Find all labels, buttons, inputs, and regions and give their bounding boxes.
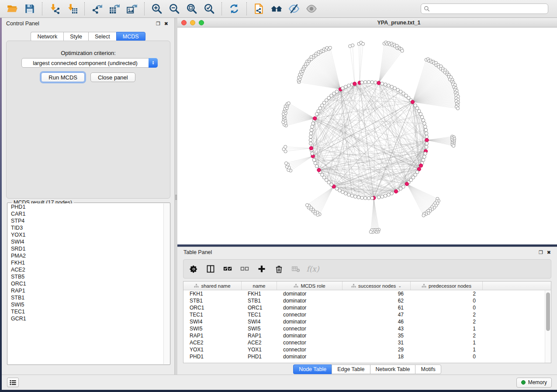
mcds-result-item[interactable]: CAR1	[8, 210, 163, 217]
ring-node[interactable]	[312, 158, 316, 162]
ring-node[interactable]	[341, 86, 345, 90]
mcds-result-item[interactable]: STB1	[8, 294, 163, 301]
leaf-node[interactable]	[284, 145, 287, 148]
ring-node[interactable]	[424, 128, 428, 132]
maximize-window-icon[interactable]	[199, 20, 204, 25]
table-row[interactable]: SWI5SWI5connector431	[183, 325, 545, 332]
add-column-icon[interactable]	[257, 264, 266, 274]
leaf-node[interactable]	[369, 230, 372, 234]
table-row[interactable]: YOX1YOX1connector291	[183, 346, 545, 353]
mcds-result-item[interactable]: TEC1	[8, 308, 163, 315]
tab-edge-table[interactable]: Edge Table	[332, 364, 370, 374]
ring-node[interactable]	[344, 192, 348, 195]
ring-node[interactable]	[377, 196, 381, 199]
tab-motifs[interactable]: Motifs	[415, 364, 441, 374]
deselect-all-rows-icon[interactable]	[240, 264, 249, 274]
ring-node[interactable]	[360, 196, 364, 199]
ring-node[interactable]	[309, 138, 312, 142]
ring-node[interactable]	[310, 128, 313, 132]
zoom-out-icon[interactable]	[168, 2, 181, 15]
tab-network[interactable]: Network	[31, 32, 63, 41]
ring-node[interactable]	[347, 84, 351, 87]
ring-node[interactable]	[363, 80, 367, 84]
ring-node[interactable]	[390, 85, 394, 89]
ring-node[interactable]	[311, 152, 314, 155]
ring-node[interactable]	[311, 122, 315, 125]
tab-mcds[interactable]: MCDS	[116, 32, 145, 41]
import-network-icon[interactable]	[48, 2, 61, 15]
close-window-icon[interactable]	[181, 20, 187, 25]
dominator-node[interactable]	[317, 168, 321, 172]
mcds-result-item[interactable]: RAP1	[8, 287, 163, 294]
ring-node[interactable]	[335, 90, 339, 93]
leaf-node[interactable]	[456, 107, 459, 110]
ring-node[interactable]	[422, 119, 425, 122]
open-file-icon[interactable]	[6, 2, 19, 15]
ring-node[interactable]	[419, 113, 422, 116]
mcds-result-item[interactable]: STP4	[8, 217, 163, 224]
table-settings-icon[interactable]	[189, 264, 198, 274]
ring-node[interactable]	[350, 194, 354, 198]
ring-node[interactable]	[357, 196, 360, 199]
table-scrollbar[interactable]	[545, 290, 551, 363]
ring-node[interactable]	[384, 194, 387, 198]
column-header-MCDS-role[interactable]: MCDS role	[277, 282, 343, 290]
close-table-panel-icon[interactable]: ✖	[547, 250, 551, 255]
tab-select[interactable]: Select	[88, 32, 116, 41]
table-row[interactable]: FKH1FKH1dominator962	[183, 290, 545, 297]
memory-button[interactable]: Memory	[516, 378, 552, 388]
tab-node-table[interactable]: Node Table	[293, 364, 332, 374]
dominator-node[interactable]	[394, 189, 398, 193]
dominator-node[interactable]	[419, 164, 422, 167]
table-row[interactable]: ORC1ORC1dominator610	[183, 304, 545, 311]
float-table-panel-icon[interactable]: ❐	[539, 250, 543, 255]
save-session-icon[interactable]	[23, 2, 36, 15]
dominator-node[interactable]	[411, 100, 414, 104]
ring-node[interactable]	[309, 135, 312, 138]
select-all-rows-icon[interactable]	[223, 264, 232, 274]
mcds-result-item[interactable]: GCR1	[8, 315, 163, 322]
export-table-icon[interactable]	[108, 2, 121, 15]
mcds-result-item[interactable]: FKH1	[8, 259, 163, 266]
ring-node[interactable]	[425, 135, 429, 138]
task-history-button[interactable]	[7, 378, 19, 387]
export-network-icon[interactable]	[90, 2, 104, 15]
refresh-view-icon[interactable]	[228, 2, 241, 15]
ring-node[interactable]	[314, 162, 317, 165]
ring-node[interactable]	[315, 165, 318, 168]
zoom-in-icon[interactable]	[150, 2, 163, 15]
mcds-result-item[interactable]: ACE2	[8, 266, 163, 273]
export-image-icon[interactable]	[125, 2, 138, 15]
minimize-window-icon[interactable]	[190, 20, 195, 25]
table-row[interactable]: RAP1RAP1dominator352	[183, 332, 545, 339]
mcds-result-item[interactable]: TID3	[8, 224, 163, 231]
ring-node[interactable]	[384, 83, 387, 86]
ring-node[interactable]	[425, 142, 429, 145]
ring-node[interactable]	[354, 195, 357, 199]
ring-node[interactable]	[425, 145, 428, 149]
ring-node[interactable]	[309, 142, 312, 145]
leaf-node[interactable]	[305, 203, 308, 206]
dominator-node[interactable]	[377, 81, 381, 85]
mcds-result-item[interactable]: PHD1	[8, 203, 163, 210]
leaf-node[interactable]	[329, 46, 332, 49]
mcds-list-scrollbar[interactable]	[163, 203, 170, 364]
ring-node[interactable]	[425, 132, 428, 135]
table-row[interactable]: SWI4SWI4dominator462	[183, 318, 545, 325]
mcds-result-item[interactable]: SWI5	[8, 301, 163, 308]
column-header-predecessor-nodes[interactable]: predecessor nodes	[411, 282, 483, 290]
leaf-node[interactable]	[422, 214, 425, 217]
mcds-result-item[interactable]: SRD1	[8, 245, 163, 252]
mcds-result-item[interactable]: YOX1	[8, 231, 163, 238]
ring-node[interactable]	[424, 125, 427, 129]
ring-node[interactable]	[420, 116, 424, 119]
tab-network-table[interactable]: Network Table	[370, 364, 415, 374]
close-panel-button[interactable]: Close panel	[90, 72, 135, 82]
leaf-node[interactable]	[361, 42, 364, 45]
mcds-result-item[interactable]: SWI4	[8, 238, 163, 245]
ring-node[interactable]	[387, 84, 391, 87]
search-input[interactable]	[430, 6, 545, 12]
dominator-node[interactable]	[309, 146, 313, 150]
network-canvas[interactable]	[177, 28, 557, 244]
column-header-name[interactable]: name	[242, 282, 277, 290]
